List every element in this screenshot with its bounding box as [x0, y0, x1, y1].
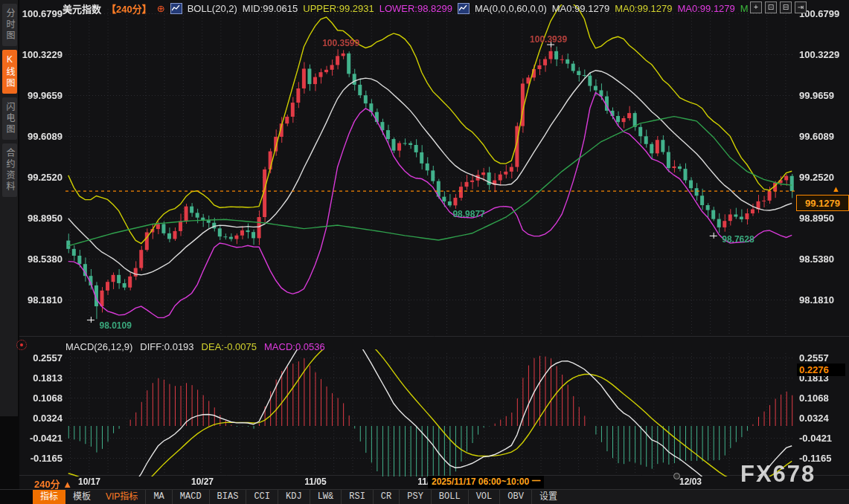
zoom-y-axis-icon[interactable]: ⊡	[765, 1, 777, 13]
macd-axis-label-left: 0.0324	[21, 413, 63, 424]
symbol-title: 美元指数	[63, 1, 101, 16]
price-axis-label-left: 99.2520	[21, 172, 63, 183]
x-axis-date-label: 11/05	[304, 476, 326, 487]
boll-label: BOLL(20,2)	[188, 3, 237, 14]
x-axis-date-label: 10/27	[191, 476, 214, 487]
high-price-label: 100.3599	[322, 38, 359, 48]
pan-icon[interactable]: +	[750, 1, 762, 13]
x-axis-date-label: 12/03	[679, 476, 702, 487]
low-price-label: 98.9877	[452, 209, 484, 219]
toolbar-item[interactable]: LW&	[310, 490, 342, 504]
indicator-chip-icon	[170, 3, 182, 14]
price-axis-label-right: 99.2520	[799, 172, 834, 183]
x-axis-row: 240分 ▲ 2025/11/17 06:00~10:00 一 10/1710/…	[0, 476, 849, 489]
macd-axis-label-left: -0.0421	[21, 433, 63, 444]
toolbar-item[interactable]: BOLL	[432, 490, 469, 504]
toolbar-item[interactable]: RSI	[342, 490, 374, 504]
toolbar-item[interactable]: MACD	[173, 490, 210, 504]
toolbar-item[interactable]: MA	[146, 490, 172, 504]
sidebar-tab[interactable]: 合约资料	[2, 143, 17, 197]
toolbar-item[interactable]: 指标	[33, 490, 65, 504]
ma0-magenta-value: MA0:99.1279	[677, 3, 734, 14]
price-axis-label-left: 99.6089	[21, 131, 63, 142]
zoom-x-axis-icon[interactable]: ⊟	[780, 1, 792, 13]
price-axis-label-right: 99.9659	[799, 90, 834, 101]
fx678-watermark: FX678	[740, 461, 816, 488]
period-label: 【240分】	[106, 1, 152, 16]
bottom-toolbar: 指标 模板 VIP指标 MA MACD BIAS CCI KDJ LW& RSI…	[0, 489, 849, 504]
toolbar-item[interactable]: CR	[374, 490, 400, 504]
toolbar-item[interactable]: 设置	[532, 490, 565, 504]
price-axis-label-right: 100.3229	[799, 49, 839, 60]
macd-panel-header: MACD(26,12,9) DIFF:0.0193 DEA:-0.0075 MA…	[65, 341, 325, 352]
low-price-label: 98.7628	[722, 234, 754, 245]
price-axis-label-left: 98.8950	[21, 213, 63, 224]
chart-header: 美元指数 【240分】 ⊕ BOLL(20,2) MID:99.0615 UPP…	[63, 1, 749, 15]
boll-mid-value: MID:99.0615	[243, 3, 298, 14]
price-axis-label-right: 98.1810	[799, 294, 834, 306]
price-axis-label-left: 100.3229	[21, 49, 63, 60]
macd-axis-label-left: 0.2557	[21, 352, 63, 364]
macd-axis-label-left: -0.1165	[21, 453, 63, 464]
ma0-white-value: MA0:99.1279	[552, 3, 609, 14]
macd-axis-label-left: 0.1813	[21, 372, 63, 384]
toolbar-item[interactable]: BIAS	[210, 490, 247, 504]
shift-right-icon[interactable]: ⇥	[795, 1, 807, 13]
price-axis-label-left: 99.9659	[21, 90, 63, 101]
toolbar-item[interactable]: OBV	[500, 490, 532, 504]
low-price-label: 98.0109	[99, 320, 131, 331]
sidebar-tab[interactable]: K线图	[2, 50, 17, 94]
sidebar-tab[interactable]: 分时图	[2, 4, 17, 46]
boll-lower-value: LOWER:98.8299	[379, 3, 452, 14]
high-price-label: 100.3939	[530, 34, 567, 45]
toolbar-item[interactable]: KDJ	[278, 490, 310, 504]
macd-value-badge: 0.2276	[797, 364, 845, 376]
x-axis-date-label: 10/17	[78, 476, 100, 487]
live-update-icon	[16, 340, 27, 350]
chart-canvas[interactable]	[0, 0, 849, 504]
toolbar-item[interactable]: 模板	[65, 490, 98, 504]
boll-upper-value: UPPER:99.2931	[303, 3, 374, 14]
price-axis-label-left: 98.5380	[21, 253, 63, 265]
macd-axis-label-right: -0.0421	[799, 433, 832, 444]
indicator-chip-icon	[458, 3, 470, 14]
trading-app-window: 分时图 K线图 闪电图 合约资料 美元指数 【240分】 ⊕ BOLL(20,2…	[0, 0, 849, 504]
price-up-arrow-icon: ▲	[832, 184, 840, 193]
macd-macd-value: MACD:0.0536	[264, 341, 325, 352]
scrollbar-thumb[interactable]	[673, 473, 680, 479]
macd-axis-label-left: 0.1068	[21, 392, 63, 404]
left-sidebar: 分时图 K线图 闪电图 合约资料	[0, 0, 19, 504]
macd-axis-label-right: 0.0324	[799, 413, 829, 424]
crosshair-time-label: 2025/11/17 06:00~10:00 一	[428, 476, 544, 488]
macd-axis-label-right: 0.2557	[799, 352, 829, 364]
toolbar-item[interactable]: PSY	[400, 490, 432, 504]
price-axis-label-right: 99.6089	[799, 131, 834, 142]
macd-title: MACD(26,12,9)	[65, 341, 132, 352]
ma-green-value: M	[740, 3, 749, 14]
macd-dea-value: DEA:-0.0075	[202, 341, 257, 352]
ma-label: MA(0,0,0,60,0,0)	[475, 3, 547, 14]
price-axis-label-left: 100.6799	[21, 8, 63, 19]
macd-axis-label-right: 0.1068	[799, 392, 829, 404]
ma0-yellow-value: MA0:99.1279	[615, 3, 672, 14]
collapse-indicator-icon[interactable]: ⊕	[157, 3, 165, 14]
price-axis-label-left: 98.1810	[21, 294, 63, 306]
toolbar-spacer	[0, 490, 33, 504]
toolbar-item[interactable]: CCI	[246, 490, 278, 504]
macd-diff-value: DIFF:0.0193	[140, 341, 193, 352]
toolbar-item[interactable]: VIP指标	[98, 490, 146, 504]
toolbar-item[interactable]: VOL	[469, 490, 501, 504]
price-axis-label-right: 98.5380	[799, 253, 834, 265]
last-price-badge: 99.1279	[796, 195, 849, 211]
price-axis-label-right: 98.8950	[799, 213, 834, 224]
sidebar-tab[interactable]: 闪电图	[2, 97, 17, 140]
